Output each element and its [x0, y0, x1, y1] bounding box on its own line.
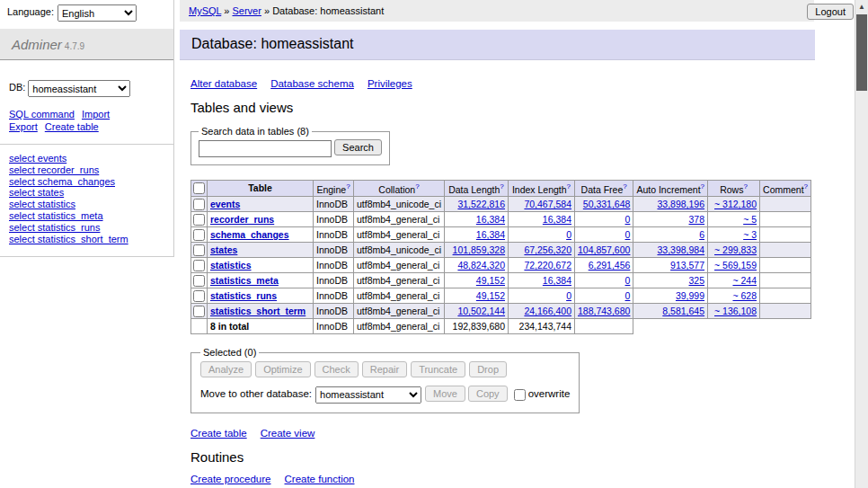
sidebar-action-link[interactable]: Export [9, 120, 38, 133]
table-name-link[interactable]: statistics_meta [210, 275, 279, 286]
auto-increment-link[interactable]: 33,898,196 [657, 199, 704, 209]
table-name-link[interactable]: states [210, 244, 237, 255]
auto-increment-link[interactable]: 33,398,984 [657, 244, 704, 255]
column-help-link[interactable]: ? [500, 182, 503, 191]
column-help-link[interactable]: ? [743, 182, 747, 191]
auto-increment-link[interactable]: 39,999 [676, 290, 704, 301]
data-free-link[interactable]: 0 [625, 275, 631, 286]
index-length-link[interactable]: 0 [566, 229, 571, 240]
scroll-up-icon[interactable]: ▲ [855, 0, 868, 13]
scrollbar[interactable]: ▲ [855, 0, 868, 488]
sidebar-action-link[interactable]: SQL command [9, 108, 75, 120]
bulk-drop-button[interactable]: Drop [469, 361, 507, 377]
column-help-link[interactable]: ? [346, 182, 350, 191]
breadcrumb-link[interactable]: Server [233, 5, 261, 16]
sidebar-table-link[interactable]: select events [9, 153, 66, 164]
column-help-link[interactable]: ? [567, 182, 571, 191]
app-logo-link[interactable]: Adminer [12, 37, 62, 52]
scrollbar-thumb[interactable] [856, 14, 867, 91]
table-name-link[interactable]: statistics_runs [210, 290, 277, 301]
bulk-optimize-button[interactable]: Optimize [255, 361, 310, 377]
table-name-link[interactable]: schema_changes [210, 229, 289, 240]
row-checkbox[interactable] [193, 199, 205, 210]
language-select[interactable]: English [58, 4, 137, 22]
index-length-link[interactable]: 0 [566, 290, 571, 301]
rows-link[interactable]: ~ 136,108 [714, 306, 757, 316]
routine-link[interactable]: Create procedure [190, 474, 271, 484]
move-button[interactable]: Move [425, 386, 465, 402]
sidebar-table-link[interactable]: select statistics_runs [9, 222, 100, 234]
rows-link[interactable]: ~ 569,159 [714, 260, 757, 271]
sidebar-table-link[interactable]: select statistics [9, 199, 75, 210]
select-all-checkbox[interactable] [193, 182, 205, 194]
sidebar-table-link[interactable]: select schema_changes [9, 176, 115, 188]
table-name-link[interactable]: statistics [210, 260, 252, 271]
sidebar-table-link[interactable]: select statistics_meta [9, 210, 103, 222]
db-action-link[interactable]: Database schema [270, 78, 354, 89]
sidebar-table-link[interactable]: select states [9, 187, 64, 199]
auto-increment-link[interactable]: 6 [699, 229, 704, 240]
sidebar-table-link[interactable]: select recorder_runs [9, 164, 99, 176]
bulk-check-button[interactable]: Check [314, 361, 359, 377]
bulk-truncate-button[interactable]: Truncate [411, 361, 465, 377]
db-action-link[interactable]: Alter database [190, 78, 257, 89]
auto-increment-link[interactable]: 913,577 [670, 260, 704, 271]
row-checkbox[interactable] [193, 290, 205, 302]
data-free-link[interactable]: 188,743,680 [578, 306, 630, 316]
bulk-repair-button[interactable]: Repair [362, 361, 407, 377]
auto-increment-link[interactable]: 325 [689, 275, 705, 286]
data-free-link[interactable]: 6,291,456 [589, 260, 631, 271]
rows-link[interactable]: ~ 312,180 [714, 199, 757, 209]
index-length-link[interactable]: 70,467,584 [524, 199, 571, 209]
column-help-link[interactable]: ? [623, 182, 626, 191]
column-help-link[interactable]: ? [415, 182, 419, 191]
data-free-link[interactable]: 50,331,648 [583, 199, 631, 209]
rows-link[interactable]: ~ 244 [732, 275, 757, 286]
row-checkbox[interactable] [193, 229, 205, 241]
index-length-link[interactable]: 16,384 [543, 275, 571, 286]
index-length-link[interactable]: 67,256,320 [524, 244, 571, 255]
row-checkbox[interactable] [193, 214, 205, 226]
bulk-analyze-button[interactable]: Analyze [200, 361, 252, 377]
create-link[interactable]: Create view [261, 428, 315, 439]
data-length-link[interactable]: 48,824,320 [457, 260, 505, 271]
auto-increment-link[interactable]: 8,581,645 [662, 306, 704, 316]
data-length-link[interactable]: 16,384 [476, 229, 505, 240]
row-checkbox[interactable] [193, 306, 205, 317]
row-checkbox[interactable] [193, 275, 205, 287]
data-length-link[interactable]: 16,384 [476, 214, 505, 225]
data-length-link[interactable]: 49,152 [476, 275, 505, 286]
sidebar-action-link[interactable]: Import [82, 108, 110, 120]
index-length-link[interactable]: 72,220,672 [524, 260, 571, 271]
data-length-link[interactable]: 31,522,816 [457, 199, 505, 209]
rows-link[interactable]: ~ 628 [732, 290, 757, 301]
breadcrumb-link[interactable]: MySQL [189, 5, 221, 16]
copy-button[interactable]: Copy [468, 386, 508, 402]
rows-link[interactable]: ~ 3 [743, 229, 757, 240]
table-name-link[interactable]: statistics_short_term [210, 306, 306, 316]
table-name-link[interactable]: recorder_runs [210, 214, 274, 225]
data-length-link[interactable]: 10,502,144 [457, 306, 505, 316]
logout-button[interactable]: Logout [807, 4, 854, 20]
auto-increment-link[interactable]: 378 [689, 214, 705, 225]
search-input[interactable] [199, 140, 332, 157]
sidebar-action-link[interactable]: Create table [45, 120, 99, 133]
routine-link[interactable]: Create function [285, 474, 355, 484]
table-name-link[interactable]: events [210, 199, 240, 209]
data-length-link[interactable]: 101,859,328 [453, 244, 505, 255]
sidebar-table-link[interactable]: select statistics_short_term [9, 234, 128, 245]
data-length-link[interactable]: 49,152 [476, 290, 505, 301]
db-select[interactable]: homeassistant [28, 80, 130, 97]
index-length-link[interactable]: 16,384 [543, 214, 571, 225]
create-link[interactable]: Create table [190, 428, 247, 439]
data-free-link[interactable]: 0 [625, 229, 631, 240]
db-action-link[interactable]: Privileges [368, 78, 412, 89]
move-db-select[interactable]: homeassistant [315, 386, 421, 404]
data-free-link[interactable]: 0 [625, 214, 631, 225]
overwrite-checkbox[interactable] [514, 389, 526, 401]
data-free-link[interactable]: 104,857,600 [578, 244, 630, 255]
column-help-link[interactable]: ? [804, 182, 808, 191]
data-free-link[interactable]: 0 [625, 290, 631, 301]
row-checkbox[interactable] [193, 260, 205, 271]
index-length-link[interactable]: 24,166,400 [524, 306, 571, 316]
